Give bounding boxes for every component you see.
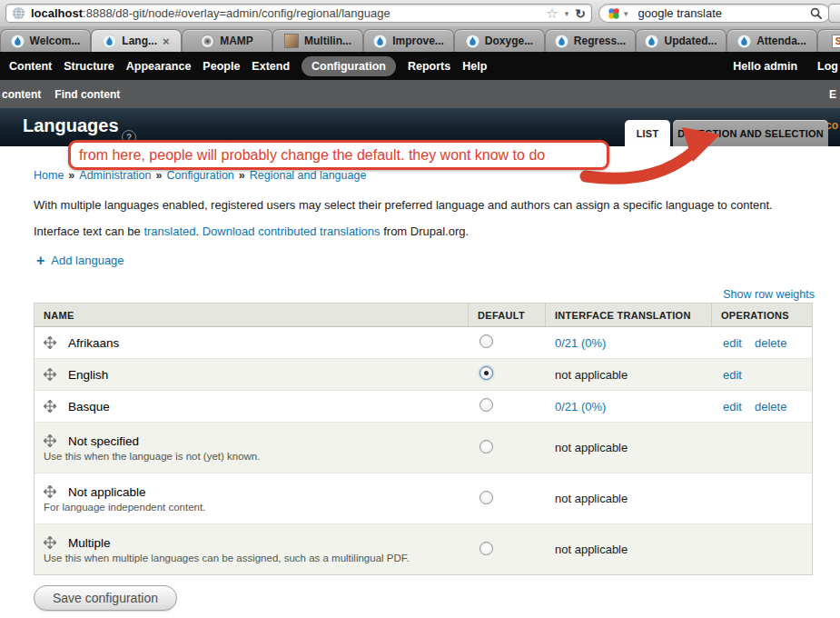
add-language-action[interactable]: + Add language	[36, 254, 124, 267]
default-radio[interactable]	[479, 440, 493, 454]
browser-tab[interactable]: S	[817, 29, 840, 52]
table-header-row: NAME DEFAULT INTERFACE TRANSLATION OPERA…	[35, 304, 812, 327]
column-header-name: NAME	[35, 304, 469, 326]
text-fragment: Interface text can be	[34, 224, 143, 238]
toolbar-item-appearance[interactable]: Appearance	[126, 60, 192, 73]
translation-status-link[interactable]: 0/21 (0%)	[555, 400, 606, 414]
toolbar-item-extend[interactable]: Extend	[252, 60, 290, 73]
translation-status-link[interactable]: 0/21 (0%)	[555, 336, 606, 350]
page-title: Languages	[23, 115, 119, 136]
browser-url-bar: localhost:8888/d8-git/node#overlay=admin…	[0, 0, 840, 27]
column-header-interface-translation: INTERFACE TRANSLATION	[546, 304, 712, 326]
intro-paragraph: With multiple languages enabled, registe…	[34, 198, 824, 212]
tab-label: Multilin...	[304, 35, 351, 47]
tab-label: Doxyge...	[485, 35, 533, 47]
drag-handle-icon[interactable]	[44, 368, 56, 381]
url-dropdown-icon[interactable]: ▾	[565, 9, 569, 18]
toolbar-item-people[interactable]: People	[203, 60, 240, 73]
tab-label: Attenda...	[756, 35, 806, 47]
text-fragment: .	[196, 224, 203, 238]
url-path: :8888/d8-git/node#overlay=admin/config/r…	[83, 6, 390, 20]
toolbar-item-configuration[interactable]: Configuration	[301, 56, 396, 76]
edit-link[interactable]: edit	[723, 336, 742, 350]
breadcrumb-home[interactable]: Home	[34, 169, 64, 182]
browser-tab[interactable]: Attenda...	[726, 29, 817, 52]
default-radio[interactable]	[479, 334, 493, 348]
language-name: Not specified	[68, 434, 139, 448]
delete-link[interactable]: delete	[755, 400, 786, 414]
browser-tab[interactable]: Welcom...	[0, 29, 91, 52]
logout-link[interactable]: Log	[817, 60, 838, 73]
tab-detection-and-selection[interactable]: DETECTION AND SELECTION	[673, 120, 828, 146]
edit-link[interactable]: edit	[723, 368, 742, 382]
breadcrumb-configuration[interactable]: Configuration	[166, 169, 233, 182]
url-domain: localhost	[31, 6, 83, 20]
browser-tab-active[interactable]: Lang... ×	[91, 29, 182, 52]
drag-handle-icon[interactable]	[44, 536, 56, 549]
drag-handle-icon[interactable]	[44, 485, 56, 498]
toolbar-item-structure[interactable]: Structure	[64, 60, 114, 73]
search-icon[interactable]	[810, 7, 822, 19]
search-input[interactable]: google translate	[638, 6, 810, 20]
languages-table: NAME DEFAULT INTERFACE TRANSLATION OPERA…	[34, 303, 813, 575]
breadcrumb-separator: »	[156, 169, 163, 182]
tab-list[interactable]: LIST	[625, 120, 670, 146]
shortcut-bar: content Find content E	[0, 80, 840, 108]
language-name: Multiple	[68, 536, 111, 550]
add-language-link[interactable]: Add language	[51, 254, 124, 267]
toolbar-item-help[interactable]: Help	[462, 60, 487, 73]
default-radio[interactable]	[479, 491, 493, 504]
toolbar-item-reports[interactable]: Reports	[408, 60, 450, 73]
browser-tab[interactable]: MAMP	[182, 29, 272, 52]
language-name: Basque	[68, 400, 110, 414]
browser-tab[interactable]: Doxyge...	[454, 29, 545, 52]
drag-handle-icon[interactable]	[44, 400, 56, 413]
language-description: For language independent content.	[44, 502, 469, 513]
breadcrumb-administration[interactable]: Administration	[79, 169, 151, 182]
delete-link[interactable]: delete	[755, 336, 786, 350]
browser-tab[interactable]: Improve...	[363, 29, 454, 52]
browser-tab[interactable]: Multilin...	[272, 29, 363, 52]
shortcut-find-content[interactable]: Find content	[54, 88, 120, 101]
breadcrumb: Home»Administration»Configuration»Region…	[34, 169, 366, 182]
globe-icon	[12, 6, 25, 20]
mamp-favicon	[201, 35, 214, 48]
language-name: Afrikaans	[68, 336, 119, 350]
drupal-favicon	[373, 35, 387, 48]
toolbar-item-content[interactable]: Content	[9, 60, 52, 73]
search-engine-dropdown-icon[interactable]: ▾	[624, 9, 628, 18]
breadcrumb-regional-and-language[interactable]: Regional and language	[250, 169, 367, 182]
plus-icon: +	[36, 254, 44, 267]
edit-link[interactable]: edit	[723, 400, 742, 414]
translated-link[interactable]: translated	[143, 224, 195, 238]
default-radio[interactable]	[479, 398, 493, 412]
default-radio-selected[interactable]	[479, 366, 493, 380]
translation-status: not applicable	[555, 368, 628, 382]
browser-tab[interactable]: Regress...	[545, 29, 636, 52]
edit-shortcuts-link[interactable]: E	[829, 88, 836, 101]
download-translations-link[interactable]: Download contributed translations	[203, 224, 380, 238]
tab-label: Lang...	[122, 35, 157, 47]
drag-handle-icon[interactable]	[44, 336, 56, 349]
table-row: Not specified Use this when the language…	[35, 423, 812, 473]
column-header-operations: OPERATIONS	[712, 304, 812, 326]
url-text[interactable]: localhost:8888/d8-git/node#overlay=admin…	[31, 6, 543, 20]
drag-handle-icon[interactable]	[44, 434, 56, 447]
google-icon	[608, 7, 620, 20]
table-row: Not applicable For language independent …	[35, 473, 812, 524]
column-header-default: DEFAULT	[469, 304, 546, 326]
reload-icon[interactable]: ↻	[575, 6, 586, 21]
save-configuration-button[interactable]: Save configuration	[34, 585, 177, 611]
breadcrumb-separator: »	[239, 169, 245, 182]
translation-paragraph: Interface text can be translated. Downlo…	[34, 224, 469, 238]
url-field[interactable]: localhost:8888/d8-git/node#overlay=admin…	[5, 4, 592, 23]
shortcut-add-content[interactable]: content	[2, 88, 41, 101]
tab-close-icon[interactable]: ×	[163, 35, 170, 48]
bookmark-star-icon[interactable]: ☆	[546, 5, 558, 22]
default-radio[interactable]	[479, 542, 493, 555]
browser-tab[interactable]: Updated...	[636, 29, 726, 52]
search-box[interactable]: ▾ google translate	[598, 4, 831, 23]
language-name: English	[68, 368, 108, 382]
drupal-favicon	[737, 35, 751, 48]
show-row-weights-link[interactable]: Show row weights	[723, 288, 815, 301]
